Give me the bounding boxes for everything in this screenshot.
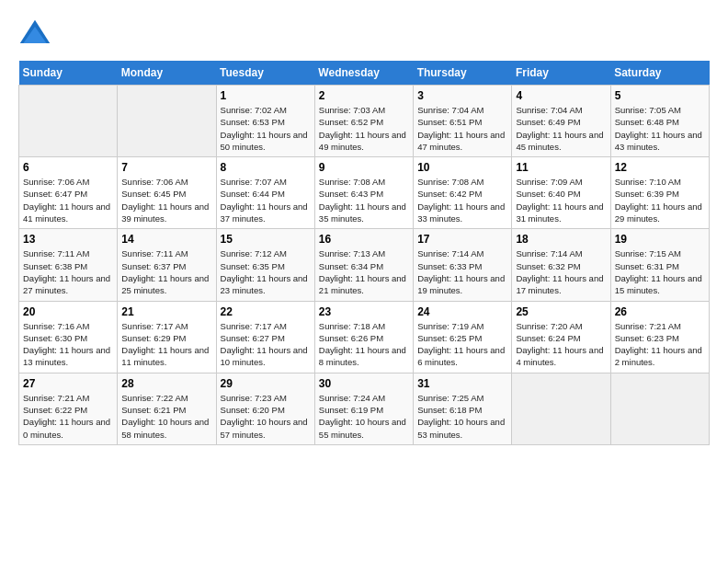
page-header	[18, 18, 710, 52]
weekday-header-saturday: Saturday	[610, 61, 709, 86]
calendar-cell: 1Sunrise: 7:02 AMSunset: 6:53 PMDaylight…	[216, 86, 314, 157]
calendar-cell: 13Sunrise: 7:11 AMSunset: 6:38 PMDayligh…	[19, 229, 118, 301]
day-number: 19	[615, 233, 705, 246]
day-info: Sunrise: 7:04 AMSunset: 6:51 PMDaylight:…	[417, 104, 507, 153]
calendar-cell	[512, 373, 610, 444]
day-info: Sunrise: 7:09 AMSunset: 6:40 PMDaylight:…	[516, 176, 606, 224]
weekday-header-row: SundayMondayTuesdayWednesdayThursdayFrid…	[19, 61, 710, 86]
day-number: 7	[121, 161, 211, 174]
day-info: Sunrise: 7:14 AMSunset: 6:32 PMDaylight:…	[516, 247, 606, 296]
week-row-3: 13Sunrise: 7:11 AMSunset: 6:38 PMDayligh…	[19, 229, 710, 301]
calendar-cell: 7Sunrise: 7:06 AMSunset: 6:45 PMDaylight…	[118, 157, 216, 229]
day-number: 8	[221, 161, 311, 174]
day-number: 26	[615, 305, 705, 318]
calendar-cell: 19Sunrise: 7:15 AMSunset: 6:31 PMDayligh…	[610, 229, 709, 301]
calendar-cell: 16Sunrise: 7:13 AMSunset: 6:34 PMDayligh…	[314, 229, 413, 301]
calendar-cell: 31Sunrise: 7:25 AMSunset: 6:18 PMDayligh…	[414, 373, 512, 444]
calendar-cell: 14Sunrise: 7:11 AMSunset: 6:37 PMDayligh…	[118, 229, 216, 301]
calendar-cell: 8Sunrise: 7:07 AMSunset: 6:44 PMDaylight…	[216, 157, 314, 229]
day-number: 13	[23, 233, 113, 246]
day-number: 24	[417, 305, 507, 318]
day-number: 20	[23, 305, 113, 318]
calendar-cell: 12Sunrise: 7:10 AMSunset: 6:39 PMDayligh…	[610, 157, 709, 229]
day-number: 11	[516, 161, 606, 174]
day-number: 5	[615, 89, 705, 102]
logo	[18, 18, 53, 52]
day-number: 28	[121, 377, 211, 390]
day-info: Sunrise: 7:11 AMSunset: 6:38 PMDaylight:…	[23, 247, 113, 296]
day-info: Sunrise: 7:21 AMSunset: 6:23 PMDaylight:…	[615, 320, 705, 369]
weekday-header-tuesday: Tuesday	[216, 61, 314, 86]
day-info: Sunrise: 7:02 AMSunset: 6:53 PMDaylight:…	[221, 104, 311, 153]
day-info: Sunrise: 7:03 AMSunset: 6:52 PMDaylight:…	[319, 104, 409, 153]
week-row-4: 20Sunrise: 7:16 AMSunset: 6:30 PMDayligh…	[19, 301, 710, 373]
day-info: Sunrise: 7:13 AMSunset: 6:34 PMDaylight:…	[319, 247, 409, 296]
day-info: Sunrise: 7:08 AMSunset: 6:43 PMDaylight:…	[319, 176, 409, 224]
day-info: Sunrise: 7:19 AMSunset: 6:25 PMDaylight:…	[417, 320, 507, 369]
weekday-header-friday: Friday	[512, 61, 610, 86]
calendar-cell: 26Sunrise: 7:21 AMSunset: 6:23 PMDayligh…	[610, 301, 709, 373]
calendar-cell: 27Sunrise: 7:21 AMSunset: 6:22 PMDayligh…	[19, 373, 118, 444]
day-info: Sunrise: 7:21 AMSunset: 6:22 PMDaylight:…	[23, 392, 113, 441]
day-number: 17	[417, 233, 507, 246]
day-info: Sunrise: 7:04 AMSunset: 6:49 PMDaylight:…	[516, 104, 606, 153]
day-number: 23	[319, 305, 409, 318]
calendar-cell: 21Sunrise: 7:17 AMSunset: 6:29 PMDayligh…	[118, 301, 216, 373]
day-number: 22	[221, 305, 311, 318]
day-info: Sunrise: 7:22 AMSunset: 6:21 PMDaylight:…	[121, 392, 211, 441]
day-number: 31	[417, 377, 507, 390]
week-row-2: 6Sunrise: 7:06 AMSunset: 6:47 PMDaylight…	[19, 157, 710, 229]
week-row-5: 27Sunrise: 7:21 AMSunset: 6:22 PMDayligh…	[19, 373, 710, 444]
calendar-cell: 11Sunrise: 7:09 AMSunset: 6:40 PMDayligh…	[512, 157, 610, 229]
calendar-cell: 24Sunrise: 7:19 AMSunset: 6:25 PMDayligh…	[414, 301, 512, 373]
day-info: Sunrise: 7:15 AMSunset: 6:31 PMDaylight:…	[615, 247, 705, 296]
calendar-cell: 15Sunrise: 7:12 AMSunset: 6:35 PMDayligh…	[216, 229, 314, 301]
day-info: Sunrise: 7:07 AMSunset: 6:44 PMDaylight:…	[221, 176, 311, 224]
day-number: 4	[516, 89, 606, 102]
day-info: Sunrise: 7:05 AMSunset: 6:48 PMDaylight:…	[615, 104, 705, 153]
calendar-cell: 22Sunrise: 7:17 AMSunset: 6:27 PMDayligh…	[216, 301, 314, 373]
calendar-cell: 20Sunrise: 7:16 AMSunset: 6:30 PMDayligh…	[19, 301, 118, 373]
calendar-cell: 18Sunrise: 7:14 AMSunset: 6:32 PMDayligh…	[512, 229, 610, 301]
day-number: 12	[615, 161, 705, 174]
weekday-header-monday: Monday	[118, 61, 216, 86]
day-info: Sunrise: 7:06 AMSunset: 6:45 PMDaylight:…	[121, 176, 211, 224]
day-number: 16	[319, 233, 409, 246]
calendar-cell: 23Sunrise: 7:18 AMSunset: 6:26 PMDayligh…	[314, 301, 413, 373]
day-info: Sunrise: 7:08 AMSunset: 6:42 PMDaylight:…	[417, 176, 507, 224]
day-number: 29	[221, 377, 311, 390]
calendar-cell: 17Sunrise: 7:14 AMSunset: 6:33 PMDayligh…	[414, 229, 512, 301]
calendar-cell: 25Sunrise: 7:20 AMSunset: 6:24 PMDayligh…	[512, 301, 610, 373]
weekday-header-thursday: Thursday	[414, 61, 512, 86]
calendar-table: SundayMondayTuesdayWednesdayThursdayFrid…	[18, 61, 710, 445]
day-info: Sunrise: 7:10 AMSunset: 6:39 PMDaylight:…	[615, 176, 705, 224]
day-info: Sunrise: 7:11 AMSunset: 6:37 PMDaylight:…	[121, 247, 211, 296]
day-number: 25	[516, 305, 606, 318]
day-info: Sunrise: 7:20 AMSunset: 6:24 PMDaylight:…	[516, 320, 606, 369]
day-number: 15	[221, 233, 311, 246]
day-info: Sunrise: 7:18 AMSunset: 6:26 PMDaylight:…	[319, 320, 409, 369]
calendar-cell: 9Sunrise: 7:08 AMSunset: 6:43 PMDaylight…	[314, 157, 413, 229]
day-info: Sunrise: 7:23 AMSunset: 6:20 PMDaylight:…	[221, 392, 311, 441]
day-info: Sunrise: 7:12 AMSunset: 6:35 PMDaylight:…	[221, 247, 311, 296]
day-number: 14	[121, 233, 211, 246]
logo-icon	[18, 18, 51, 52]
day-number: 6	[23, 161, 113, 174]
calendar-cell: 29Sunrise: 7:23 AMSunset: 6:20 PMDayligh…	[216, 373, 314, 444]
calendar-cell	[610, 373, 709, 444]
calendar-cell: 3Sunrise: 7:04 AMSunset: 6:51 PMDaylight…	[414, 86, 512, 157]
day-info: Sunrise: 7:14 AMSunset: 6:33 PMDaylight:…	[417, 247, 507, 296]
day-number: 27	[23, 377, 113, 390]
calendar-cell: 10Sunrise: 7:08 AMSunset: 6:42 PMDayligh…	[414, 157, 512, 229]
calendar-cell	[118, 86, 216, 157]
calendar-cell: 30Sunrise: 7:24 AMSunset: 6:19 PMDayligh…	[314, 373, 413, 444]
day-number: 9	[319, 161, 409, 174]
weekday-header-sunday: Sunday	[19, 61, 118, 86]
week-row-1: 1Sunrise: 7:02 AMSunset: 6:53 PMDaylight…	[19, 86, 710, 157]
day-number: 18	[516, 233, 606, 246]
calendar-cell: 6Sunrise: 7:06 AMSunset: 6:47 PMDaylight…	[19, 157, 118, 229]
calendar-cell: 2Sunrise: 7:03 AMSunset: 6:52 PMDaylight…	[314, 86, 413, 157]
day-number: 10	[417, 161, 507, 174]
day-info: Sunrise: 7:17 AMSunset: 6:27 PMDaylight:…	[221, 320, 311, 369]
day-number: 2	[319, 89, 409, 102]
